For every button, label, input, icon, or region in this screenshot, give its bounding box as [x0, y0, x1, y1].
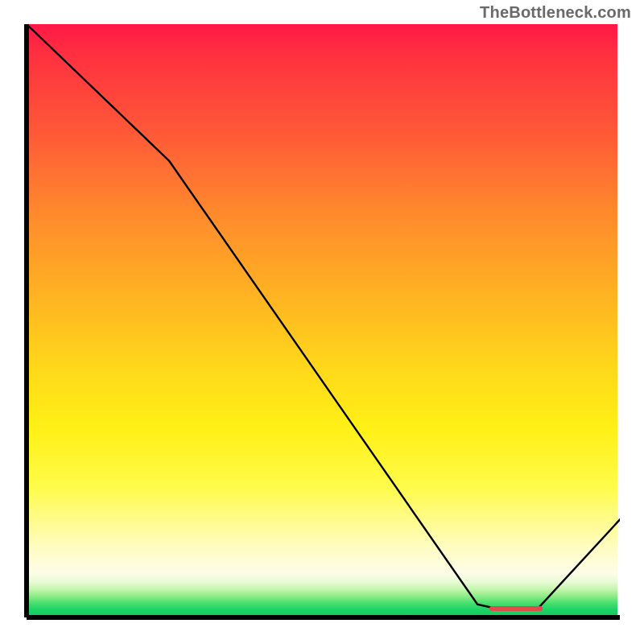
gradient-background [27, 24, 617, 617]
chart-container: TheBottleneck.com [0, 0, 644, 644]
attribution-label: TheBottleneck.com [480, 3, 631, 22]
plot-area [24, 24, 620, 620]
